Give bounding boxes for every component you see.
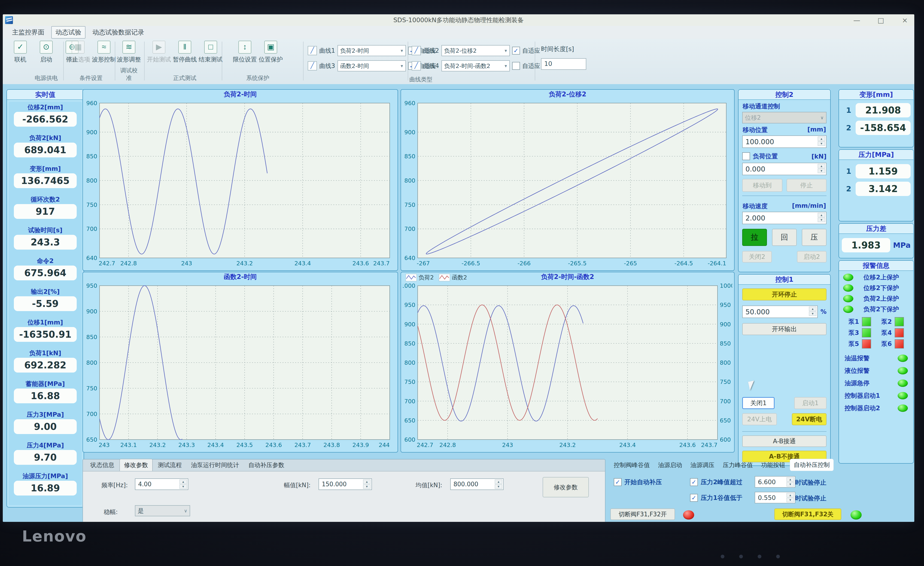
p1-valley-checkbox[interactable]: ✓ xyxy=(690,494,698,502)
alarm-status-row-2: 油源急停 xyxy=(844,379,908,387)
spinner-up-icon[interactable]: ▴ xyxy=(786,493,794,497)
load-pos-input[interactable]: 0.000 ▴▾ xyxy=(742,163,826,175)
spinner-up-icon[interactable]: ▴ xyxy=(180,480,187,484)
toolbar-button-1-0[interactable]: ▦试验选项 xyxy=(67,41,89,63)
stable-amp-select[interactable]: 是 ∨ xyxy=(135,505,190,516)
valve-open-button[interactable]: 切断阀F31,F32开 xyxy=(610,509,675,520)
chevron-down-icon: ▾ xyxy=(401,48,403,53)
toolbar-button-3-1[interactable]: ‖暂停曲线 xyxy=(174,41,196,63)
chevron-down-icon: ∨ xyxy=(820,115,824,120)
close-button[interactable]: × xyxy=(900,16,910,24)
spinner-up-icon[interactable]: ▴ xyxy=(363,480,370,484)
spinner-down-icon[interactable]: ▾ xyxy=(363,484,370,489)
toolbar-button-4-1[interactable]: ▣位置保护 xyxy=(260,41,282,63)
spinner-down-icon[interactable]: ▾ xyxy=(818,141,825,146)
bottom-left-tab-0[interactable]: 状态信息 xyxy=(86,459,118,471)
curve-select[interactable]: 负荷2-位移2▾ xyxy=(441,45,510,56)
p2-peak-input[interactable]: 6.600 ▴▾ xyxy=(754,476,795,488)
toolbar-button-label: 试验选项 xyxy=(66,56,90,63)
toolbar-button-2-0[interactable]: ≋波形调整 xyxy=(118,41,140,63)
spinner-up-icon[interactable]: ▴ xyxy=(818,213,825,217)
modify-params-button[interactable]: 修改参数 xyxy=(543,477,589,497)
menu-tab-1[interactable]: 动态试验 xyxy=(51,26,86,39)
freq-input[interactable]: 4.00 ▴▾ xyxy=(135,478,188,490)
bottom-right-tab-4[interactable]: 功能按钮 xyxy=(758,459,789,471)
open-loop-output-button[interactable]: 开环输出 xyxy=(742,323,826,335)
svg-text:243.6: 243.6 xyxy=(679,442,696,448)
bottom-right-tab-3[interactable]: 压力峰谷值 xyxy=(719,459,756,471)
bottom-right-tab-5[interactable]: 自动补压控制 xyxy=(790,459,834,471)
open-loop-percent-input[interactable]: 50.000 ▴▾ xyxy=(742,306,818,318)
load-pos-value: 0.000 xyxy=(746,165,765,173)
bottom-right-tab-0[interactable]: 控制阀峰谷值 xyxy=(610,459,654,471)
bottom-right-tab-1[interactable]: 油源启动 xyxy=(654,459,686,471)
spinner-down-icon[interactable]: ▾ xyxy=(809,312,816,316)
realtime-field-label: 试验时间[s] xyxy=(28,225,63,235)
curve-select[interactable]: 函数2-时间▾ xyxy=(338,60,406,71)
p1-valley-input[interactable]: 0.550 ▴▾ xyxy=(754,492,795,503)
close1-button[interactable]: 关闭1 xyxy=(742,397,774,409)
move-stop-button[interactable]: 停止 xyxy=(786,179,827,192)
curve-select[interactable]: 负荷2-时间-函数2▾ xyxy=(441,60,510,71)
toolbar-button-0-0[interactable]: ✓联机 xyxy=(9,41,32,63)
bottom-left-tab-1[interactable]: 修改参数 xyxy=(119,459,153,471)
curve-select[interactable]: 负荷2-时间▾ xyxy=(338,45,406,56)
toolbar-button-3-2[interactable]: □结束测试 xyxy=(200,41,222,63)
svg-text:800: 800 xyxy=(86,177,97,184)
v24-on-button[interactable]: 24V上电 xyxy=(742,413,777,425)
bottom-left-tab-3[interactable]: 油泵运行时间统计 xyxy=(187,459,243,471)
toolbar-button-1-1[interactable]: ≈波形控制 xyxy=(93,41,115,63)
amp-input[interactable]: 150.000 ▴▾ xyxy=(318,478,372,490)
v24-off-button[interactable]: 24V断电 xyxy=(792,413,826,425)
svg-text:700: 700 xyxy=(86,411,97,417)
spinner-up-icon[interactable]: ▴ xyxy=(818,137,825,141)
load-pos-checkbox[interactable] xyxy=(742,152,750,160)
menu-tab-0[interactable]: 主监控界面 xyxy=(8,27,48,38)
chevron-down-icon: ∨ xyxy=(184,508,188,513)
press-button[interactable]: 压 xyxy=(802,229,826,246)
toolbar-button-0-1[interactable]: ⊙启动 xyxy=(35,41,57,63)
ab-connect-button[interactable]: A-B接通 xyxy=(742,435,826,447)
open-loop-stop-button[interactable]: 开环停止 xyxy=(742,288,826,300)
maximize-button[interactable]: □ xyxy=(876,16,886,24)
mean-input[interactable]: 800.000 ▴▾ xyxy=(450,478,504,490)
move-speed-input[interactable]: 2.000 ▴▾ xyxy=(742,212,826,224)
start1-button[interactable]: 启动1 xyxy=(794,397,826,409)
spinner-down-icon[interactable]: ▾ xyxy=(818,169,825,173)
bottom-right-tab-2[interactable]: 油源调压 xyxy=(687,459,718,471)
p2-peak-checkbox[interactable]: ✓ xyxy=(690,478,698,486)
stable-amp-value: 是 xyxy=(138,507,144,515)
move-pos-input[interactable]: 100.000 ▴▾ xyxy=(742,135,826,148)
toolbar-button-3-0[interactable]: ▶开始测试 xyxy=(148,41,170,63)
spinner-up-icon[interactable]: ▴ xyxy=(809,307,816,311)
move-to-button[interactable]: 移动到 xyxy=(742,179,782,192)
adaptive-checkbox[interactable]: ✓ xyxy=(512,47,520,54)
spinner-down-icon[interactable]: ▾ xyxy=(786,482,794,486)
chart-plot: 242.7242.8243243.2243.4243.6243.76407007… xyxy=(85,99,396,268)
start2-button[interactable]: 启动2 xyxy=(797,251,826,263)
pull-button[interactable]: 拉 xyxy=(742,229,767,246)
toolbar-group-label: 调试校准 xyxy=(118,66,140,82)
realtime-field-5: 命令2675.964 xyxy=(9,256,82,287)
spinner-down-icon[interactable]: ▾ xyxy=(818,218,825,222)
bottom-left-tab-4[interactable]: 自动补压参数 xyxy=(244,459,288,471)
spinner-up-icon[interactable]: ▴ xyxy=(495,480,502,484)
auto-pressure-checkbox[interactable]: ✓ xyxy=(614,478,622,486)
bottom-left-tab-2[interactable]: 测试流程 xyxy=(154,459,186,471)
alarm-status-led xyxy=(898,404,908,412)
time-length-label: 时间长度[s] xyxy=(541,45,574,53)
menu-tab-2[interactable]: 动态试验数据记录 xyxy=(89,27,148,38)
return-button[interactable]: 回 xyxy=(772,229,797,246)
time-length-input[interactable]: 10 xyxy=(541,58,586,70)
spinner-down-icon[interactable]: ▾ xyxy=(495,484,502,489)
minimize-button[interactable]: — xyxy=(852,16,862,24)
spinner-down-icon[interactable]: ▾ xyxy=(786,498,794,502)
spinner-up-icon[interactable]: ▴ xyxy=(818,164,825,168)
spinner-down-icon[interactable]: ▾ xyxy=(180,484,187,489)
move-channel-select[interactable]: 位移2 ∨ xyxy=(742,112,826,123)
close2-button[interactable]: 关闭2 xyxy=(742,251,772,263)
toolbar-button-4-0[interactable]: ↕限位设置 xyxy=(234,41,256,63)
adaptive-checkbox[interactable] xyxy=(512,62,520,70)
valve-close-button[interactable]: 切断阀F31,F32关 xyxy=(774,509,841,520)
spinner-up-icon[interactable]: ▴ xyxy=(786,477,794,482)
